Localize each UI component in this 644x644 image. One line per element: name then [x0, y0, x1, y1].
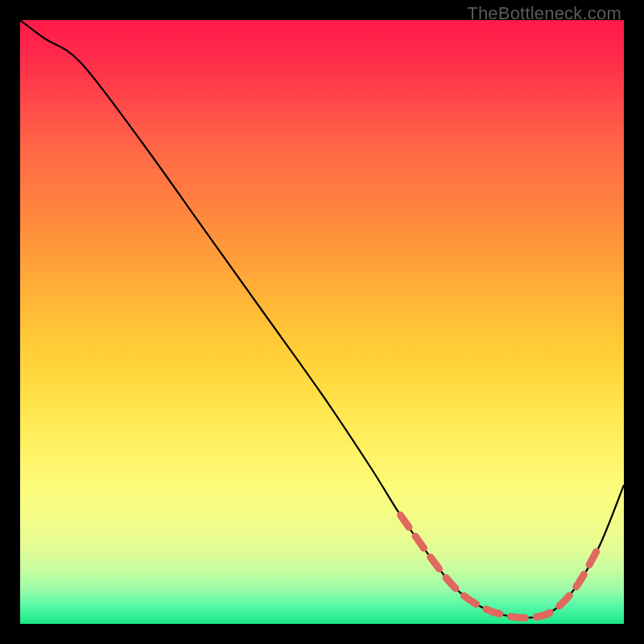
bottleneck-curve — [20, 20, 624, 618]
chart-frame: TheBottleneck.com — [0, 0, 644, 644]
chart-svg — [20, 20, 624, 624]
optimal-zone-dashes — [401, 515, 601, 618]
plot-area — [20, 20, 624, 624]
